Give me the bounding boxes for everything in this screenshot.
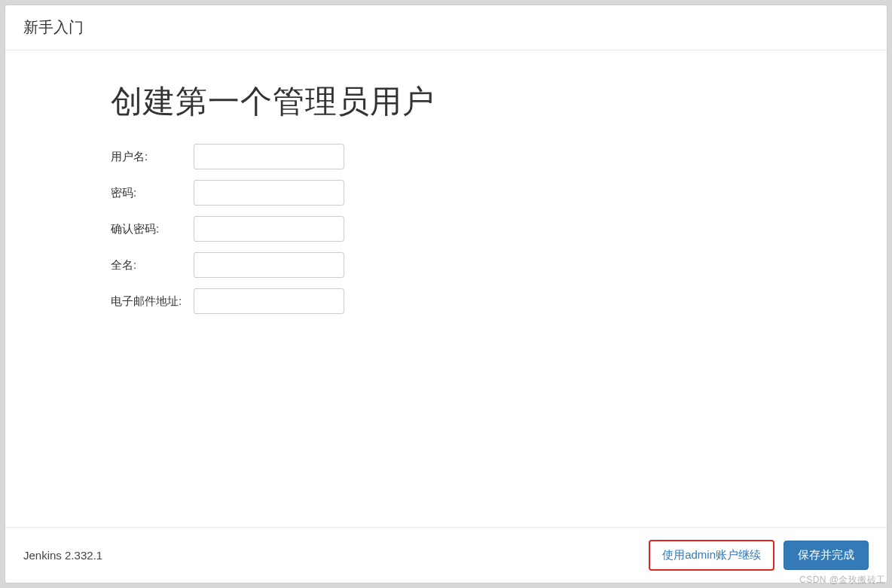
confirm-password-input[interactable] — [194, 216, 344, 242]
modal-body: 创建第一个管理员用户 用户名: 密码: 确认密码: 全名: 电子邮件地址: — [5, 50, 887, 527]
form-row-fullname: 全名: — [111, 252, 887, 278]
modal-header-title: 新手入门 — [23, 17, 869, 38]
footer-actions: 使用admin账户继续 保存并完成 — [649, 540, 869, 571]
form-row-password: 密码: — [111, 180, 887, 206]
modal-footer: Jenkins 2.332.1 使用admin账户继续 保存并完成 — [5, 527, 887, 583]
jenkins-version: Jenkins 2.332.1 — [23, 549, 102, 562]
save-and-finish-button[interactable]: 保存并完成 — [784, 541, 869, 570]
fullname-label: 全名: — [111, 258, 194, 273]
email-label: 电子邮件地址: — [111, 294, 194, 309]
modal-header: 新手入门 — [5, 5, 887, 50]
username-input[interactable] — [194, 144, 344, 169]
setup-wizard-modal: 新手入门 创建第一个管理员用户 用户名: 密码: 确认密码: 全名: 电子邮件地… — [5, 5, 887, 583]
form-row-confirm-password: 确认密码: — [111, 216, 887, 242]
form-row-username: 用户名: — [111, 144, 887, 169]
page-title: 创建第一个管理员用户 — [111, 81, 887, 123]
skip-admin-button[interactable]: 使用admin账户继续 — [649, 540, 774, 571]
form-row-email: 电子邮件地址: — [111, 288, 887, 314]
email-input[interactable] — [194, 288, 344, 314]
confirm-password-label: 确认密码: — [111, 222, 194, 236]
password-label: 密码: — [111, 186, 194, 200]
password-input[interactable] — [194, 180, 344, 206]
fullname-input[interactable] — [194, 252, 344, 278]
username-label: 用户名: — [111, 150, 194, 164]
